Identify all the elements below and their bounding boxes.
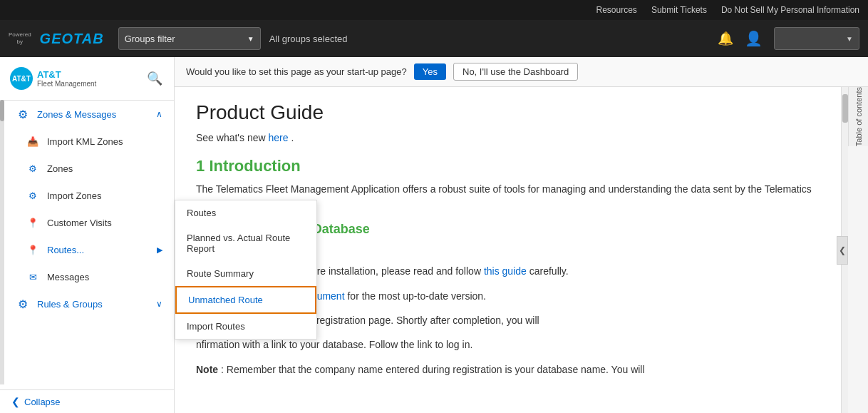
- att-logo-text-block: AT&T Fleet Management: [37, 69, 96, 88]
- sidebar-nav: ⚙ Zones & Messages ∧ 📥 Import KML Zones …: [0, 101, 174, 389]
- att-sub-text: Fleet Management: [37, 80, 96, 88]
- sidebar-item-zones-messages[interactable]: ⚙ Zones & Messages ∧: [4, 101, 174, 128]
- sidebar-item-customer-visits-label: Customer Visits: [47, 218, 112, 228]
- do-not-sell-link[interactable]: Do Not Sell My Personal Information: [721, 5, 859, 15]
- subtitle-prefix: See what's new: [196, 132, 269, 143]
- user-dropdown-arrow-icon: ▼: [846, 35, 853, 43]
- customer-visits-icon: 📍: [26, 215, 40, 230]
- collapse-label: Collapse: [24, 397, 61, 407]
- product-guide-subtitle: See what's new here .: [196, 130, 820, 146]
- startup-question: Would you like to set this page as your …: [186, 66, 407, 77]
- sidebar-item-routes[interactable]: 📍 Routes... ▶: [4, 236, 174, 263]
- toc-container: ❮ Table of contents: [848, 87, 868, 413]
- sidebar-search-button[interactable]: 🔍: [147, 71, 162, 86]
- toc-toggle-icon: ❮: [839, 245, 846, 255]
- sidebar-item-messages-label: Messages: [47, 272, 89, 282]
- product-guide-title: Product Guide: [196, 101, 820, 124]
- zones-messages-chevron-icon: ∧: [156, 109, 162, 119]
- toc-sidebar[interactable]: Table of contents: [848, 87, 868, 146]
- dropdown-item-route-summary[interactable]: Route Summary: [175, 261, 316, 286]
- section1-title: Introduction: [209, 157, 300, 175]
- sidebar-item-rules-groups-label: Rules & Groups: [37, 299, 103, 310]
- nav-bar: Powered by GEOTAB Groups filter ▼ All gr…: [0, 20, 868, 57]
- sidebar-header: AT&T AT&T Fleet Management 🔍: [0, 57, 174, 101]
- import-zones-icon: ⚙: [26, 188, 40, 203]
- att-logo: AT&T AT&T Fleet Management: [10, 67, 96, 90]
- nav-right: 🔔 👤 ▼: [718, 27, 859, 50]
- section11-note: Note : Remember that the company name en…: [196, 362, 820, 377]
- sidebar-item-routes-label: Routes...: [47, 245, 84, 255]
- toc-toggle-button[interactable]: ❮: [837, 236, 848, 265]
- sidebar-item-customer-visits[interactable]: 📍 Customer Visits: [4, 209, 174, 236]
- section1-heading: 1 Introduction: [196, 157, 820, 175]
- sidebar-item-rules-groups[interactable]: ⚙ Rules & Groups ∨: [4, 290, 174, 317]
- logo-area: Powered by GEOTAB: [9, 31, 104, 47]
- startup-yes-button[interactable]: Yes: [414, 63, 446, 80]
- resources-link[interactable]: Resources: [596, 5, 637, 15]
- sidebar-item-messages[interactable]: ✉ Messages: [4, 263, 174, 290]
- search-icon: 🔍: [147, 71, 162, 86]
- sidebar-item-import-kml-label: Import KML Zones: [47, 136, 123, 147]
- subtitle-suffix: .: [291, 132, 294, 143]
- att-brand-text: AT&T: [37, 69, 96, 81]
- section1-num: 1: [196, 157, 205, 175]
- section11-body1-suffix: carefully.: [529, 265, 569, 277]
- startup-banner: Would you like to set this page as your …: [175, 57, 868, 87]
- sidebar: AT&T AT&T Fleet Management 🔍 ⚙ Zones & M…: [0, 57, 175, 413]
- startup-no-button[interactable]: No, I'll use the Dashboard: [453, 63, 578, 81]
- dropdown-item-routes[interactable]: Routes: [175, 200, 316, 225]
- routes-dropdown-menu: Routes Planned vs. Actual Route Report R…: [175, 200, 317, 340]
- routes-arrow-icon: ▶: [157, 245, 162, 255]
- sidebar-item-import-zones-label: Import Zones: [47, 190, 102, 201]
- notifications-icon[interactable]: 🔔: [718, 31, 733, 46]
- messages-icon: ✉: [26, 270, 40, 284]
- zones-messages-icon: ⚙: [16, 107, 30, 121]
- groups-filter-label: Groups filter: [125, 34, 243, 44]
- user-dropdown[interactable]: ▼: [774, 27, 859, 50]
- groups-filter-dropdown[interactable]: Groups filter ▼: [118, 27, 261, 50]
- zones-icon: ⚙: [26, 161, 40, 175]
- this-guide-link[interactable]: this guide: [484, 265, 527, 277]
- rules-groups-chevron-icon: ∨: [156, 299, 162, 309]
- sidebar-item-import-kml-zones[interactable]: 📥 Import KML Zones: [4, 128, 174, 155]
- top-bar: Resources Submit Tickets Do Not Sell My …: [0, 0, 868, 20]
- sidebar-item-zones[interactable]: ⚙ Zones: [4, 155, 174, 182]
- sidebar-scroll-thumb: [0, 100, 4, 121]
- user-icon[interactable]: 👤: [745, 30, 763, 47]
- sidebar-item-import-zones[interactable]: ⚙ Import Zones: [4, 182, 174, 209]
- dropdown-item-unmatched-route[interactable]: Unmatched Route: [175, 286, 316, 314]
- collapse-arrow-icon: ❮: [11, 396, 20, 407]
- sidebar-item-zones-label: Zones: [47, 163, 73, 174]
- sidebar-item-zones-messages-label: Zones & Messages: [37, 109, 116, 120]
- import-kml-icon: 📥: [26, 134, 40, 148]
- sidebar-collapse-button[interactable]: ❮ Collapse: [0, 389, 174, 413]
- routes-icon: 📍: [26, 243, 40, 257]
- geotab-logo: GEOTAB: [40, 31, 104, 47]
- sidebar-scroll-indicator: [0, 100, 4, 384]
- main-layout: AT&T AT&T Fleet Management 🔍 ⚙ Zones & M…: [0, 57, 868, 413]
- subtitle-here-link[interactable]: here: [269, 132, 289, 143]
- note-bold: Note: [196, 364, 218, 375]
- powered-by-text: Powered by: [9, 31, 31, 45]
- dropdown-item-import-routes[interactable]: Import Routes: [175, 314, 316, 339]
- right-scrollbar-thumb: [842, 94, 848, 123]
- section11-body2-suffix: for the most up-to-date version.: [347, 290, 486, 302]
- groups-selected-text: All groups selected: [269, 34, 348, 44]
- rules-groups-icon: ⚙: [16, 297, 30, 311]
- submit-tickets-link[interactable]: Submit Tickets: [651, 5, 707, 15]
- att-logo-circle: AT&T: [10, 67, 33, 90]
- dropdown-item-planned-vs-actual[interactable]: Planned vs. Actual Route Report: [175, 225, 316, 261]
- toc-label: Table of contents: [854, 87, 863, 146]
- note-text: : Remember that the company name entered…: [221, 364, 645, 375]
- groups-filter-arrow-icon: ▼: [247, 35, 254, 43]
